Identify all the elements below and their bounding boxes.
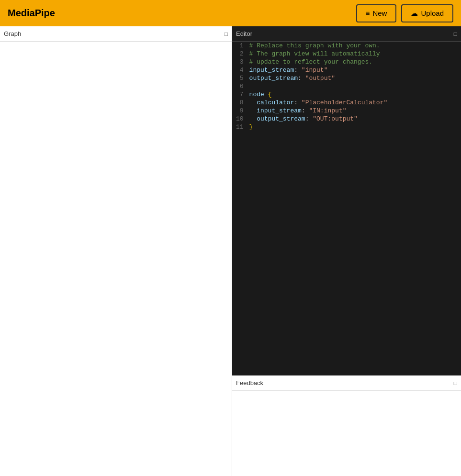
editor-expand-icon[interactable]: □ bbox=[454, 31, 457, 37]
line-number: 5 bbox=[232, 74, 249, 82]
line-content: output_stream: "OUT:output" bbox=[249, 115, 461, 123]
feedback-panel-title: Feedback bbox=[236, 379, 263, 387]
code-line: 1# Replace this graph with your own. bbox=[232, 42, 461, 50]
code-line: 2# The graph view will automatically bbox=[232, 50, 461, 58]
line-number: 3 bbox=[232, 58, 249, 66]
graph-panel-header: Graph □ bbox=[0, 26, 232, 42]
feedback-panel: Feedback □ bbox=[232, 376, 461, 476]
header: MediaPipe ≡ New ☁ Upload bbox=[0, 0, 461, 26]
line-content bbox=[249, 82, 461, 90]
line-content: # update to reflect your changes. bbox=[249, 58, 461, 66]
code-line: 7node { bbox=[232, 90, 461, 99]
line-content: output_stream: "output" bbox=[249, 74, 461, 82]
feedback-expand-icon[interactable]: □ bbox=[454, 380, 457, 387]
line-number: 6 bbox=[232, 82, 249, 90]
line-number: 7 bbox=[232, 90, 249, 99]
code-line: 6 bbox=[232, 82, 461, 90]
code-line: 9 input_stream: "IN:input" bbox=[232, 107, 461, 115]
code-line: 11} bbox=[232, 123, 461, 131]
line-number: 9 bbox=[232, 107, 249, 115]
graph-panel-title: Graph bbox=[4, 30, 21, 37]
line-number: 2 bbox=[232, 50, 249, 58]
line-content: # The graph view will automatically bbox=[249, 50, 461, 58]
editor-panel-header: Editor □ bbox=[232, 26, 461, 42]
code-line: 5output_stream: "output" bbox=[232, 74, 461, 82]
line-content: input_stream: "input" bbox=[249, 66, 461, 74]
new-button[interactable]: ≡ New bbox=[356, 4, 397, 22]
editor-panel-title: Editor bbox=[236, 30, 252, 37]
main-layout: Graph □ input IN Placeholder OUT bbox=[0, 26, 461, 476]
app-logo: MediaPipe bbox=[8, 8, 55, 19]
new-icon: ≡ bbox=[366, 9, 370, 17]
line-number: 1 bbox=[232, 42, 249, 50]
code-line: 10 output_stream: "OUT:output" bbox=[232, 115, 461, 123]
line-number: 11 bbox=[232, 123, 249, 131]
code-line: 8 calculator: "PlaceholderCalculator" bbox=[232, 99, 461, 107]
code-line: 4input_stream: "input" bbox=[232, 66, 461, 74]
code-editor[interactable]: 1# Replace this graph with your own.2# T… bbox=[232, 42, 461, 375]
line-content: input_stream: "IN:input" bbox=[249, 107, 461, 115]
graph-expand-icon[interactable]: □ bbox=[225, 31, 228, 37]
code-line: 3# update to reflect your changes. bbox=[232, 58, 461, 66]
editor-panel: Editor □ 1# Replace this graph with your… bbox=[232, 26, 461, 376]
feedback-panel-header: Feedback □ bbox=[232, 376, 461, 391]
graph-panel: Graph □ input IN Placeholder OUT bbox=[0, 26, 232, 476]
feedback-content bbox=[232, 391, 461, 476]
line-content: } bbox=[249, 123, 461, 131]
line-content: # Replace this graph with your own. bbox=[249, 42, 461, 50]
line-content: calculator: "PlaceholderCalculator" bbox=[249, 99, 461, 107]
line-number: 10 bbox=[232, 115, 249, 123]
upload-icon: ☁ bbox=[411, 9, 418, 18]
left-panel: Graph □ input IN Placeholder OUT bbox=[0, 26, 232, 476]
line-content: node { bbox=[249, 90, 461, 99]
upload-button[interactable]: ☁ Upload bbox=[401, 4, 453, 22]
line-number: 8 bbox=[232, 99, 249, 107]
header-actions: ≡ New ☁ Upload bbox=[356, 4, 453, 22]
right-panel: Editor □ 1# Replace this graph with your… bbox=[232, 26, 461, 476]
line-number: 4 bbox=[232, 66, 249, 74]
